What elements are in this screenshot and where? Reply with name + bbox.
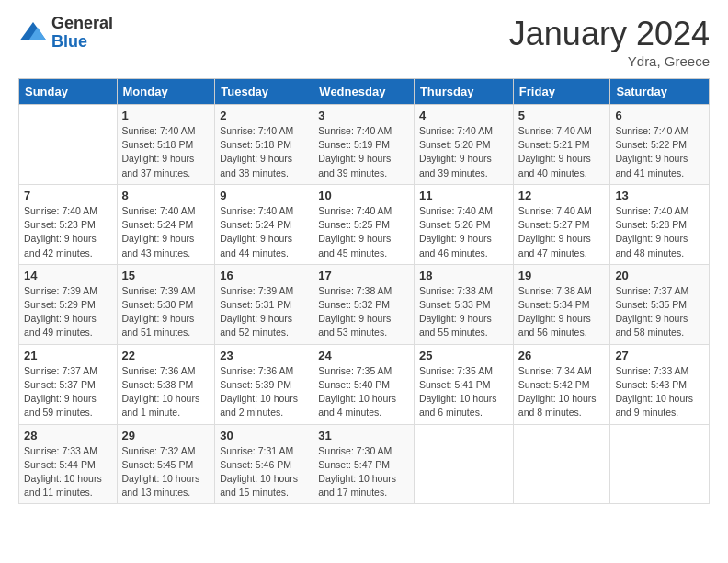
calendar-cell: 18Sunrise: 7:38 AM Sunset: 5:33 PM Dayli… (414, 264, 513, 344)
calendar-cell: 25Sunrise: 7:35 AM Sunset: 5:41 PM Dayli… (414, 344, 513, 424)
day-info: Sunrise: 7:37 AM Sunset: 5:35 PM Dayligh… (615, 284, 704, 340)
day-info: Sunrise: 7:40 AM Sunset: 5:23 PM Dayligh… (24, 204, 112, 260)
day-info: Sunrise: 7:33 AM Sunset: 5:43 PM Dayligh… (615, 364, 704, 420)
col-friday: Friday (513, 79, 610, 105)
day-number: 24 (318, 349, 409, 362)
day-number: 26 (518, 349, 606, 362)
calendar-cell: 3Sunrise: 7:40 AM Sunset: 5:19 PM Daylig… (313, 105, 415, 185)
calendar-cell: 12Sunrise: 7:40 AM Sunset: 5:27 PM Dayli… (513, 184, 610, 264)
title-area: January 2024 Ydra, Greece (509, 15, 710, 69)
calendar-body: 1Sunrise: 7:40 AM Sunset: 5:18 PM Daylig… (19, 105, 710, 504)
calendar-cell (513, 424, 610, 504)
day-number: 31 (318, 429, 409, 442)
col-saturday: Saturday (610, 79, 710, 105)
calendar-cell: 13Sunrise: 7:40 AM Sunset: 5:28 PM Dayli… (610, 184, 710, 264)
day-number: 20 (615, 269, 704, 282)
calendar-cell: 22Sunrise: 7:36 AM Sunset: 5:38 PM Dayli… (117, 344, 215, 424)
day-info: Sunrise: 7:31 AM Sunset: 5:46 PM Dayligh… (220, 444, 308, 500)
day-info: Sunrise: 7:39 AM Sunset: 5:29 PM Dayligh… (24, 284, 112, 340)
logo-text: General Blue (51, 15, 113, 52)
day-number: 16 (220, 269, 308, 282)
day-number: 25 (419, 349, 508, 362)
col-tuesday: Tuesday (215, 79, 313, 105)
day-number: 9 (220, 189, 308, 202)
day-number: 1 (122, 109, 210, 122)
col-thursday: Thursday (414, 79, 513, 105)
day-info: Sunrise: 7:33 AM Sunset: 5:44 PM Dayligh… (24, 444, 112, 500)
day-info: Sunrise: 7:40 AM Sunset: 5:22 PM Dayligh… (615, 124, 704, 180)
day-info: Sunrise: 7:40 AM Sunset: 5:24 PM Dayligh… (122, 204, 210, 260)
day-info: Sunrise: 7:40 AM Sunset: 5:25 PM Dayligh… (318, 204, 409, 260)
calendar-cell (19, 105, 118, 185)
day-number: 4 (419, 109, 508, 122)
day-number: 17 (318, 269, 409, 282)
day-info: Sunrise: 7:30 AM Sunset: 5:47 PM Dayligh… (318, 444, 409, 500)
day-number: 22 (122, 349, 210, 362)
page-header: General Blue January 2024 Ydra, Greece (18, 15, 710, 69)
day-number: 11 (419, 189, 508, 202)
calendar-cell: 26Sunrise: 7:34 AM Sunset: 5:42 PM Dayli… (513, 344, 610, 424)
day-number: 18 (419, 269, 508, 282)
calendar-header: Sunday Monday Tuesday Wednesday Thursday… (19, 79, 710, 105)
day-info: Sunrise: 7:40 AM Sunset: 5:20 PM Dayligh… (419, 124, 508, 180)
day-info: Sunrise: 7:38 AM Sunset: 5:32 PM Dayligh… (318, 284, 409, 340)
calendar-cell: 8Sunrise: 7:40 AM Sunset: 5:24 PM Daylig… (117, 184, 215, 264)
header-row: Sunday Monday Tuesday Wednesday Thursday… (19, 79, 710, 105)
day-info: Sunrise: 7:37 AM Sunset: 5:37 PM Dayligh… (24, 364, 112, 420)
day-info: Sunrise: 7:39 AM Sunset: 5:31 PM Dayligh… (220, 284, 308, 340)
month-title: January 2024 (509, 15, 710, 53)
day-number: 14 (24, 269, 112, 282)
day-info: Sunrise: 7:34 AM Sunset: 5:42 PM Dayligh… (518, 364, 606, 420)
day-info: Sunrise: 7:36 AM Sunset: 5:39 PM Dayligh… (220, 364, 308, 420)
calendar-cell: 6Sunrise: 7:40 AM Sunset: 5:22 PM Daylig… (610, 105, 710, 185)
col-monday: Monday (117, 79, 215, 105)
calendar-week-1: 1Sunrise: 7:40 AM Sunset: 5:18 PM Daylig… (19, 105, 710, 185)
calendar-cell: 17Sunrise: 7:38 AM Sunset: 5:32 PM Dayli… (313, 264, 415, 344)
day-info: Sunrise: 7:39 AM Sunset: 5:30 PM Dayligh… (122, 284, 210, 340)
calendar-week-3: 14Sunrise: 7:39 AM Sunset: 5:29 PM Dayli… (19, 264, 710, 344)
calendar-table: Sunday Monday Tuesday Wednesday Thursday… (18, 78, 710, 504)
logo-blue: Blue (51, 33, 113, 52)
logo-icon (18, 18, 48, 48)
calendar-cell: 1Sunrise: 7:40 AM Sunset: 5:18 PM Daylig… (117, 105, 215, 185)
day-number: 3 (318, 109, 409, 122)
calendar-cell: 20Sunrise: 7:37 AM Sunset: 5:35 PM Dayli… (610, 264, 710, 344)
day-info: Sunrise: 7:40 AM Sunset: 5:18 PM Dayligh… (122, 124, 210, 180)
day-number: 27 (615, 349, 704, 362)
calendar-cell: 9Sunrise: 7:40 AM Sunset: 5:24 PM Daylig… (215, 184, 313, 264)
calendar-week-4: 21Sunrise: 7:37 AM Sunset: 5:37 PM Dayli… (19, 344, 710, 424)
day-number: 13 (615, 189, 704, 202)
calendar-cell: 4Sunrise: 7:40 AM Sunset: 5:20 PM Daylig… (414, 105, 513, 185)
col-wednesday: Wednesday (313, 79, 415, 105)
day-number: 6 (615, 109, 704, 122)
day-info: Sunrise: 7:40 AM Sunset: 5:21 PM Dayligh… (518, 124, 606, 180)
day-info: Sunrise: 7:38 AM Sunset: 5:34 PM Dayligh… (518, 284, 606, 340)
calendar-cell: 5Sunrise: 7:40 AM Sunset: 5:21 PM Daylig… (513, 105, 610, 185)
day-number: 15 (122, 269, 210, 282)
calendar-cell: 15Sunrise: 7:39 AM Sunset: 5:30 PM Dayli… (117, 264, 215, 344)
day-number: 23 (220, 349, 308, 362)
day-number: 7 (24, 189, 112, 202)
day-info: Sunrise: 7:40 AM Sunset: 5:28 PM Dayligh… (615, 204, 704, 260)
day-info: Sunrise: 7:38 AM Sunset: 5:33 PM Dayligh… (419, 284, 508, 340)
day-info: Sunrise: 7:40 AM Sunset: 5:24 PM Dayligh… (220, 204, 308, 260)
day-info: Sunrise: 7:35 AM Sunset: 5:41 PM Dayligh… (419, 364, 508, 420)
calendar-cell: 28Sunrise: 7:33 AM Sunset: 5:44 PM Dayli… (19, 424, 118, 504)
calendar-week-2: 7Sunrise: 7:40 AM Sunset: 5:23 PM Daylig… (19, 184, 710, 264)
calendar-cell: 24Sunrise: 7:35 AM Sunset: 5:40 PM Dayli… (313, 344, 415, 424)
calendar-cell: 14Sunrise: 7:39 AM Sunset: 5:29 PM Dayli… (19, 264, 118, 344)
logo: General Blue (18, 15, 113, 52)
calendar-cell: 31Sunrise: 7:30 AM Sunset: 5:47 PM Dayli… (313, 424, 415, 504)
calendar-page: General Blue January 2024 Ydra, Greece S… (0, 0, 728, 563)
day-number: 19 (518, 269, 606, 282)
calendar-week-5: 28Sunrise: 7:33 AM Sunset: 5:44 PM Dayli… (19, 424, 710, 504)
day-info: Sunrise: 7:32 AM Sunset: 5:45 PM Dayligh… (122, 444, 210, 500)
day-number: 21 (24, 349, 112, 362)
calendar-cell: 10Sunrise: 7:40 AM Sunset: 5:25 PM Dayli… (313, 184, 415, 264)
day-number: 5 (518, 109, 606, 122)
calendar-cell (414, 424, 513, 504)
day-number: 2 (220, 109, 308, 122)
calendar-cell: 29Sunrise: 7:32 AM Sunset: 5:45 PM Dayli… (117, 424, 215, 504)
calendar-cell: 11Sunrise: 7:40 AM Sunset: 5:26 PM Dayli… (414, 184, 513, 264)
logo-general: General (51, 15, 113, 33)
